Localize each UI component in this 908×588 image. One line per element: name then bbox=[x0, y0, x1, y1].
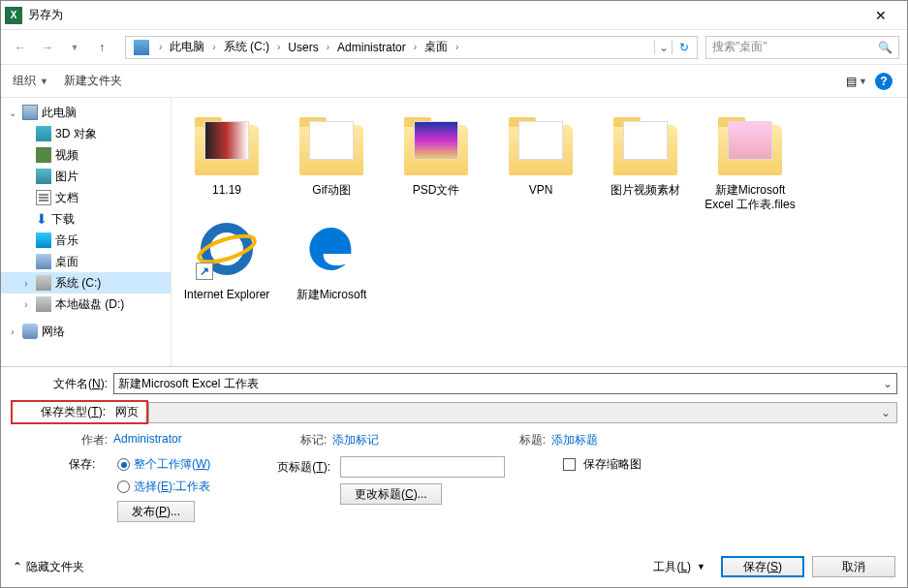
search-placeholder: 搜索"桌面" bbox=[712, 39, 767, 55]
author-value[interactable]: Administrator bbox=[113, 432, 278, 449]
thumbnail-label: 保存缩略图 bbox=[583, 456, 642, 473]
new-folder-button[interactable]: 新建文件夹 bbox=[64, 73, 122, 89]
nav-row: ← → ▼ ↑ › 此电脑 › 系统 (C:) › Users › Admini… bbox=[1, 30, 907, 65]
filetype-select[interactable]: ⌄ bbox=[148, 402, 897, 423]
bottom-panel: 文件名(N): 新建Microsoft Excel 工作表⌄ 保存类型(T): … bbox=[1, 367, 907, 522]
filename-label: 文件名(N): bbox=[11, 376, 113, 392]
crumb-desktop[interactable]: 桌面 bbox=[421, 37, 452, 58]
sidebar-item-music[interactable]: 音乐 bbox=[1, 230, 171, 251]
radio-selection[interactable] bbox=[117, 480, 130, 493]
sidebar-item-docs[interactable]: 文档 bbox=[1, 187, 171, 208]
pagetitle-label: 页标题(T): bbox=[272, 459, 336, 476]
organize-button[interactable]: 组织▼ bbox=[13, 73, 48, 89]
search-icon[interactable]: 🔍 bbox=[878, 41, 892, 54]
close-button[interactable]: ✕ bbox=[859, 1, 903, 30]
ie-icon: ↗ bbox=[192, 214, 262, 284]
crumb-admin[interactable]: Administrator bbox=[333, 37, 410, 58]
shortcut-icon: ↗ bbox=[196, 263, 213, 280]
refresh-button[interactable]: ↻ bbox=[672, 41, 695, 54]
recent-dropdown[interactable]: ▼ bbox=[63, 36, 86, 59]
file-item[interactable]: 11.19 bbox=[175, 109, 278, 212]
tools-button[interactable]: 工具(L)▼ bbox=[653, 559, 705, 575]
download-icon: ⬇ bbox=[36, 211, 47, 227]
tags-value[interactable]: 添加标记 bbox=[332, 432, 497, 449]
filetype-value-in-box: 网页 bbox=[111, 404, 142, 420]
view-button[interactable]: ▤▼ bbox=[845, 70, 868, 93]
thumbnail-checkbox[interactable] bbox=[563, 458, 576, 471]
chevron-right-icon[interactable]: › bbox=[323, 42, 333, 52]
chevron-down-icon[interactable]: ⌄ bbox=[883, 377, 892, 390]
main-area: ⌄此电脑 3D 对象 视频 图片 文档 ⬇下载 音乐 桌面 ›系统 (C:) ›… bbox=[1, 98, 907, 367]
crumb-users[interactable]: Users bbox=[284, 37, 322, 58]
title-bar: X 另存为 ✕ bbox=[1, 1, 907, 30]
sidebar-item-pictures[interactable]: 图片 bbox=[1, 166, 171, 187]
filename-input[interactable]: 新建Microsoft Excel 工作表⌄ bbox=[113, 373, 897, 394]
file-item[interactable]: 新建Microsoft bbox=[280, 214, 383, 302]
titlef-label: 标题: bbox=[497, 432, 551, 449]
file-item[interactable]: 新建Microsoft Excel 工作表.files bbox=[699, 109, 801, 212]
radio-whole-workbook[interactable] bbox=[117, 458, 130, 471]
publish-button[interactable]: 发布(P)... bbox=[117, 501, 195, 522]
save-label: 保存: bbox=[69, 456, 113, 473]
filetype-label: 保存类型(T): bbox=[15, 404, 111, 420]
edge-icon bbox=[297, 214, 366, 284]
chevron-right-icon[interactable]: › bbox=[273, 42, 284, 52]
sidebar: ⌄此电脑 3D 对象 视频 图片 文档 ⬇下载 音乐 桌面 ›系统 (C:) ›… bbox=[1, 98, 172, 366]
breadcrumb[interactable]: › 此电脑 › 系统 (C:) › Users › Administrator … bbox=[125, 36, 698, 59]
footer: ⌃隐藏文件夹 工具(L)▼ 保存(S) 取消 bbox=[1, 546, 907, 587]
file-list: 11.19 Gif动图 PSD文件 VPN 图片视频素材 新建Microsoft… bbox=[172, 98, 907, 366]
file-item[interactable]: 图片视频素材 bbox=[594, 109, 697, 212]
sidebar-item-desktop[interactable]: 桌面 bbox=[1, 251, 171, 272]
up-button[interactable]: ↑ bbox=[90, 36, 113, 59]
hide-folders-toggle[interactable]: ⌃隐藏文件夹 bbox=[13, 559, 84, 575]
window-title: 另存为 bbox=[28, 7, 859, 23]
sidebar-item-pc[interactable]: ⌄此电脑 bbox=[1, 102, 171, 123]
crumb-pc[interactable]: 此电脑 bbox=[166, 37, 208, 58]
filetype-highlight: 保存类型(T): 网页 bbox=[11, 400, 148, 424]
chevron-right-icon[interactable]: › bbox=[208, 42, 219, 52]
file-item[interactable]: VPN bbox=[489, 109, 592, 212]
chevron-right-icon[interactable]: › bbox=[452, 42, 462, 52]
chevron-down-icon[interactable]: ⌄ bbox=[881, 406, 891, 419]
change-title-button[interactable]: 更改标题(C)... bbox=[340, 483, 442, 505]
path-dropdown[interactable]: ⌄ bbox=[654, 41, 672, 54]
sidebar-item-video[interactable]: 视频 bbox=[1, 144, 171, 166]
sidebar-item-cdrive[interactable]: ›系统 (C:) bbox=[1, 272, 171, 294]
sidebar-item-network[interactable]: ›网络 bbox=[1, 321, 171, 342]
radio-whole-workbook-label[interactable]: 整个工作簿(W) bbox=[134, 456, 210, 473]
tags-label: 标记: bbox=[278, 432, 332, 449]
help-button[interactable]: ? bbox=[872, 70, 895, 93]
back-button[interactable]: ← bbox=[9, 36, 32, 59]
titlef-value[interactable]: 添加标题 bbox=[551, 432, 716, 449]
crumb-cdrive[interactable]: 系统 (C:) bbox=[220, 37, 273, 58]
forward-button: → bbox=[36, 36, 59, 59]
radio-selection-label[interactable]: 选择(E):工作表 bbox=[134, 479, 210, 495]
save-button[interactable]: 保存(S) bbox=[721, 556, 804, 577]
file-item[interactable]: ↗Internet Explorer bbox=[175, 214, 278, 302]
author-label: 作者: bbox=[59, 432, 113, 449]
toolbar: 组织▼ 新建文件夹 ▤▼ ? bbox=[1, 65, 907, 98]
sidebar-item-ddrive[interactable]: ›本地磁盘 (D:) bbox=[1, 294, 171, 315]
sidebar-item-3d[interactable]: 3D 对象 bbox=[1, 123, 171, 144]
cancel-button[interactable]: 取消 bbox=[812, 556, 895, 577]
chevron-right-icon[interactable]: › bbox=[410, 42, 421, 52]
excel-icon: X bbox=[5, 7, 22, 24]
pc-icon bbox=[134, 40, 149, 55]
file-item[interactable]: PSD文件 bbox=[385, 109, 487, 212]
pagetitle-input[interactable] bbox=[340, 456, 505, 478]
file-item[interactable]: Gif动图 bbox=[280, 109, 383, 212]
chevron-right-icon[interactable]: › bbox=[155, 42, 166, 52]
chevron-up-icon: ⌃ bbox=[13, 560, 22, 573]
sidebar-item-downloads[interactable]: ⬇下载 bbox=[1, 208, 171, 230]
search-input[interactable]: 搜索"桌面" 🔍 bbox=[705, 36, 899, 59]
